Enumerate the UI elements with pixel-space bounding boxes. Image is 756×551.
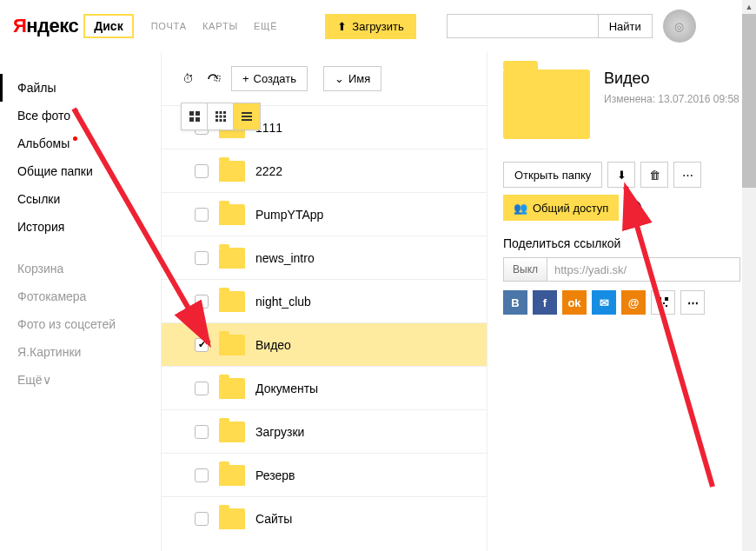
help-icon[interactable]: ? [626,200,641,216]
select-icon[interactable] [205,70,222,87]
share-link-label: Поделиться ссылкой [503,236,740,250]
avatar[interactable]: ◎ [663,10,696,43]
sidebar: Файлы Все фото Альбомы Общие папки Ссылк… [0,52,161,551]
plus-icon: + [242,72,249,85]
folder-icon [219,248,245,269]
disk-badge[interactable]: Диск [83,14,133,38]
file-checkbox[interactable] [195,382,209,395]
file-name: night_club [255,295,311,309]
nav-more[interactable]: ЕЩЁ [254,21,277,31]
share-vk-button[interactable]: B [503,290,527,315]
sidebar-item-camera[interactable]: Фотокамера [0,282,161,310]
page-scrollbar[interactable]: ▲ [742,0,756,551]
share-mail-button[interactable]: ✉ [592,290,616,315]
file-row[interactable]: Резерв [162,453,487,496]
view-list-button[interactable] [234,103,260,129]
upload-label: Загрузить [352,20,403,33]
folder-icon [219,378,245,399]
file-name: Загрузки [255,425,304,439]
people-icon: 👥 [514,202,527,215]
svg-rect-12 [219,119,222,122]
svg-rect-13 [223,119,226,122]
search-input[interactable] [447,14,599,38]
trash-icon: 🗑 [649,169,660,182]
share-at-button[interactable]: @ [621,290,646,315]
file-row[interactable]: news_intro [162,236,487,279]
sidebar-item-more[interactable]: Ещё∨ [0,366,161,394]
sidebar-item-yapics[interactable]: Я.Картинки [0,338,161,366]
upload-button[interactable]: ⬆ Загрузить [325,14,415,39]
file-checkbox[interactable] [195,208,209,222]
delete-button[interactable]: 🗑 [640,162,668,188]
share-qr-button[interactable] [651,290,675,315]
sidebar-item-files[interactable]: Файлы [0,74,161,102]
view-toggle [181,103,261,130]
content: ⏱ +Создать ⌄Имя 11112222PumpYTAppnews_in… [161,52,487,551]
share-fb-button[interactable]: f [533,290,557,315]
more-actions-button[interactable]: ⋯ [673,162,701,188]
file-row[interactable]: 2222 [162,149,487,192]
file-checkbox[interactable] [195,425,209,439]
svg-rect-6 [219,111,222,114]
share-ok-button[interactable]: ok [562,290,587,315]
folder-icon [219,465,245,486]
svg-rect-8 [216,116,218,118]
details-title: Видео [604,70,739,88]
svg-rect-9 [219,116,222,118]
scrollbar-thumb[interactable] [742,14,756,188]
sidebar-item-trash[interactable]: Корзина [0,255,161,282]
top-nav: ПОЧТА КАРТЫ ЕЩЁ [151,21,278,31]
sidebar-item-allphotos[interactable]: Все фото [0,102,161,129]
nav-mail[interactable]: ПОЧТА [151,21,187,31]
file-row[interactable]: night_club [162,279,487,322]
search-box: Найти [447,14,653,38]
file-name: 2222 [255,164,282,178]
history-icon[interactable]: ⏱ [179,70,196,87]
file-row[interactable]: Загрузки [162,409,487,453]
create-button[interactable]: +Создать [231,66,308,91]
file-checkbox[interactable] [195,468,209,482]
search-button[interactable]: Найти [599,14,653,38]
share-more-button[interactable]: ⋯ [680,290,705,315]
sidebar-item-history[interactable]: История [0,213,161,241]
svg-rect-4 [196,117,200,122]
file-row[interactable]: Документы [162,366,487,409]
file-row[interactable]: Сайты [162,496,487,540]
folder-icon [219,291,245,312]
file-name: Видео [255,338,291,352]
sidebar-item-social[interactable]: Фото из соцсетей [0,310,161,338]
nav-maps[interactable]: КАРТЫ [202,21,238,31]
view-small-grid-button[interactable] [208,103,234,129]
folder-large-icon [503,70,590,139]
download-button[interactable]: ⬇ [607,162,635,188]
file-checkbox[interactable] [195,251,209,265]
open-folder-button[interactable]: Открыть папку [503,162,602,188]
svg-rect-18 [665,297,668,301]
sidebar-item-albums[interactable]: Альбомы [0,129,161,157]
svg-rect-17 [658,297,661,301]
share-link-input[interactable] [547,257,740,282]
svg-rect-20 [663,302,665,304]
file-row[interactable]: Видео [162,322,487,366]
link-toggle-button[interactable]: Выкл [503,257,547,282]
share-button[interactable]: 👥Общий доступ [503,195,619,221]
file-checkbox[interactable] [195,338,209,352]
svg-rect-3 [189,117,194,122]
sort-button[interactable]: ⌄Имя [323,66,381,91]
folder-icon [219,422,245,442]
file-checkbox[interactable] [195,295,209,309]
yandex-logo[interactable]: Яндекс [13,15,78,37]
file-name: PumpYTApp [255,208,323,222]
svg-rect-19 [658,304,661,308]
folder-icon [219,508,245,529]
svg-rect-21 [666,305,667,307]
view-large-grid-button[interactable] [182,103,208,129]
file-checkbox[interactable] [195,512,209,526]
sidebar-item-links[interactable]: Ссылки [0,185,161,213]
file-checkbox[interactable] [195,164,209,178]
toolbar: ⏱ +Создать ⌄Имя [162,52,487,104]
file-name: Документы [255,382,318,395]
scroll-up-icon[interactable]: ▲ [742,0,756,14]
sidebar-item-shared[interactable]: Общие папки [0,157,161,185]
file-row[interactable]: PumpYTApp [162,192,487,236]
